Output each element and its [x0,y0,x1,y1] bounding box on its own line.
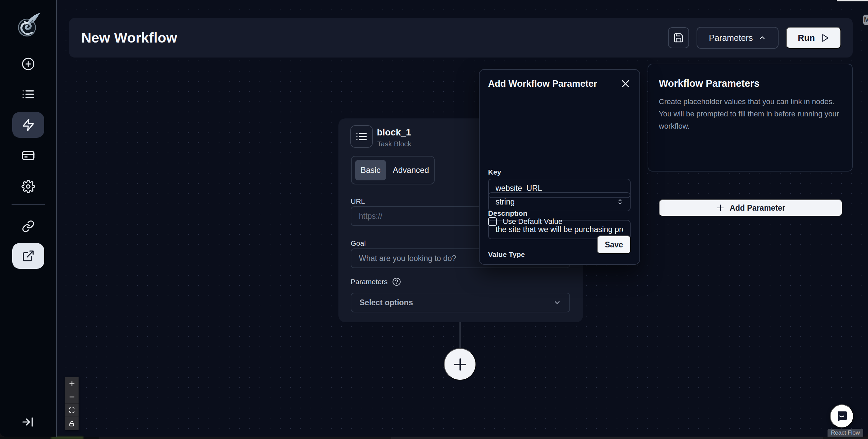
plus-circle-icon [21,57,35,71]
workflow-parameters-panel: Workflow Parameters Create placeholder v… [648,64,853,172]
chevron-up-icon [758,34,766,42]
plus-icon [452,356,468,373]
close-icon [620,79,631,89]
run-button[interactable]: Run [786,27,841,49]
add-workflow-parameter-modal: Add Workflow Parameter Key Description V… [479,69,640,265]
edge-connector [460,322,461,349]
gear-icon [21,180,35,193]
clipped-overlay-fragment: M [863,15,868,25]
task-block-icon-tile [350,125,373,148]
fit-view-icon [69,407,75,413]
add-node-button[interactable] [444,348,476,380]
zoom-in-button[interactable] [65,377,79,390]
tab-advanced[interactable]: Advanced [387,160,435,180]
zoom-out-button[interactable] [65,390,79,404]
parameters-label: Parameters [351,278,388,286]
parameters-row: Parameters [351,277,401,286]
add-parameter-button[interactable]: Add Parameter [659,199,842,216]
top-edge-sliver [837,0,868,1]
list-icon [355,130,368,143]
help-circle-icon[interactable] [392,277,401,286]
chevron-down-icon [553,298,561,307]
tab-basic[interactable]: Basic [355,160,386,180]
sidebar-item-billing[interactable] [19,147,37,164]
save-icon [673,32,684,43]
plus-icon [716,204,725,212]
zap-icon [21,118,35,132]
attribution-label: React Flow [831,429,860,436]
key-label: Key [488,168,501,176]
value-type-select[interactable]: string [488,192,631,211]
create-workflow-button[interactable] [19,55,37,73]
link-icon [22,220,35,233]
lock-button[interactable] [65,417,79,430]
sidebar-item-link[interactable] [19,217,37,235]
panel-title: Workflow Parameters [659,78,760,89]
chevrons-up-down-icon [616,198,624,206]
save-workflow-button[interactable] [668,27,689,48]
panel-description: Create placeholder values that you can l… [659,96,844,132]
desktop-strip [0,437,868,439]
goal-label: Goal [351,239,366,247]
unlock-icon [69,421,75,427]
page-title: New Workflow [81,30,177,46]
app-window: New Workflow Parameters Run [0,0,868,437]
modal-title: Add Workflow Parameter [488,79,597,89]
sidebar-item-external-active[interactable] [12,243,44,269]
use-default-value-checkbox[interactable] [488,217,497,226]
close-button[interactable] [620,78,631,90]
header-bar: New Workflow Parameters Run [69,18,853,58]
sidebar-item-settings[interactable] [19,178,37,195]
header-actions: Parameters Run [668,27,841,49]
value-type-label: Value Type [488,250,525,259]
parameters-toggle-button[interactable]: Parameters [697,27,779,49]
react-flow-attribution[interactable]: React Flow [828,429,863,437]
clipped-overlay-text: M [864,16,868,24]
plus-icon [69,380,75,387]
minus-icon [69,394,75,400]
sidebar-item-workflows-active[interactable] [12,112,44,138]
parameters-button-label: Parameters [709,33,753,43]
sidebar-item-tasks[interactable] [19,85,37,103]
save-button-label: Save [605,240,623,249]
fit-view-button[interactable] [65,404,79,417]
skyvern-dragon-logo [14,10,42,40]
parameters-select-value: Select options [360,298,413,307]
save-button[interactable]: Save [597,235,631,254]
list-icon [21,87,35,101]
use-default-value-row: Use Default Value [488,217,563,226]
node-tabs: Basic Advanced [351,156,435,184]
flow-controls [65,377,79,430]
collapse-right-icon [21,415,35,429]
node-subtitle: Task Block [377,140,411,148]
parameters-select[interactable]: Select options [351,293,570,312]
url-label: URL [351,197,365,206]
value-type-value: string [496,197,515,207]
run-button-label: Run [798,33,815,43]
sidebar-expand-button[interactable] [19,413,37,431]
chat-bubble-icon [835,410,848,423]
sidebar [0,0,57,437]
node-title: block_1 [377,127,411,138]
play-icon [820,33,830,43]
support-chat-button[interactable] [830,404,854,428]
workflow-editor: New Workflow Parameters Run [0,0,868,439]
sidebar-divider [12,204,45,205]
credit-card-icon [21,149,35,162]
add-parameter-label: Add Parameter [730,204,785,213]
external-link-icon [22,249,35,262]
use-default-value-label[interactable]: Use Default Value [503,217,563,226]
